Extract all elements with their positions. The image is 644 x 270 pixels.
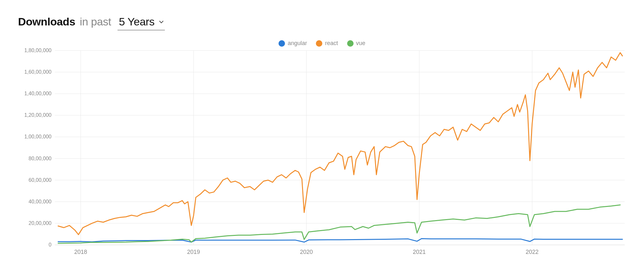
legend-item-angular[interactable]: angular — [279, 40, 307, 47]
legend-label: vue — [356, 40, 365, 47]
legend-item-react[interactable]: react — [316, 40, 338, 47]
series-react — [58, 53, 623, 235]
legend-label: angular — [288, 40, 307, 47]
swatch-icon — [347, 40, 354, 47]
line-chart-svg: 020,00,00040,00,00060,00,00080,00,0001,0… — [13, 48, 631, 260]
chart-legend: angular react vue — [13, 40, 631, 47]
svg-text:1,40,00,000: 1,40,00,000 — [24, 91, 52, 96]
chart-plot: 020,00,00040,00,00060,00,00080,00,0001,0… — [13, 48, 631, 260]
svg-text:2022: 2022 — [526, 249, 539, 255]
svg-text:80,00,000: 80,00,000 — [29, 156, 52, 161]
series-vue — [58, 205, 620, 243]
svg-text:1,80,00,000: 1,80,00,000 — [24, 48, 52, 53]
svg-text:0: 0 — [49, 242, 52, 247]
swatch-icon — [316, 40, 322, 47]
range-value: 5 Years — [119, 15, 155, 28]
legend-label: react — [325, 40, 338, 47]
svg-text:60,00,000: 60,00,000 — [29, 177, 52, 183]
header-title: Downloads — [18, 15, 75, 28]
range-dropdown[interactable]: 5 Years — [118, 15, 165, 30]
svg-text:1,00,00,000: 1,00,00,000 — [24, 134, 52, 139]
chevron-down-icon — [159, 20, 164, 23]
svg-text:1,20,00,000: 1,20,00,000 — [24, 112, 52, 118]
chart-header: Downloads in past 5 Years — [18, 15, 631, 30]
svg-text:1,60,00,000: 1,60,00,000 — [24, 69, 52, 75]
svg-text:20,00,000: 20,00,000 — [29, 220, 52, 226]
svg-text:40,00,000: 40,00,000 — [29, 199, 52, 204]
header-subtitle: in past — [80, 15, 111, 28]
swatch-icon — [279, 40, 285, 47]
svg-text:2018: 2018 — [74, 249, 87, 255]
legend-item-vue[interactable]: vue — [347, 40, 365, 47]
svg-text:2021: 2021 — [413, 249, 426, 255]
svg-text:2020: 2020 — [300, 249, 313, 255]
svg-text:2019: 2019 — [187, 249, 200, 255]
